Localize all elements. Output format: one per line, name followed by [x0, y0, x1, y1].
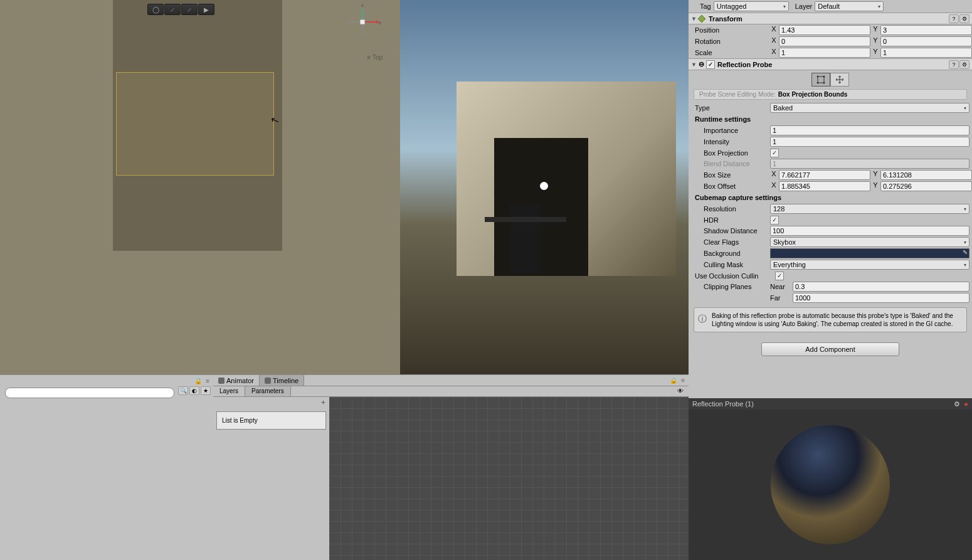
box-offset-x[interactable]: [779, 181, 870, 191]
scene-toolbar: ◯ ⟋ ⟋ ▶: [147, 4, 214, 15]
layer-dropdown[interactable]: Default: [815, 1, 884, 11]
position-label: Position: [695, 26, 770, 34]
foldout-icon: ▼: [691, 16, 697, 22]
animator-panel: Animator Timeline 🔒 ≡ Layers Parameters …: [213, 375, 689, 560]
culling-mask-dropdown[interactable]: Everything: [770, 260, 969, 270]
panel-menu-icon[interactable]: ≡: [681, 377, 685, 384]
svg-rect-8: [818, 77, 824, 83]
foldout-icon: ▼: [691, 61, 697, 68]
background-label: Background: [695, 250, 770, 257]
clipping-planes-label: Clipping Planes: [695, 283, 770, 290]
reflection-probe-header[interactable]: ▼ ⊖ ✓ Reflection Probe ? ⚙: [689, 58, 972, 70]
svg-text:x: x: [379, 20, 381, 26]
project-search[interactable]: [5, 388, 174, 398]
eye-icon[interactable]: 👁: [672, 386, 689, 396]
svg-point-12: [823, 82, 825, 84]
box-offset-y[interactable]: [880, 181, 972, 191]
menu-icon[interactable]: ≡: [206, 378, 209, 384]
intensity-input[interactable]: [770, 137, 969, 147]
box-projection-checkbox[interactable]: ✓: [770, 149, 779, 157]
view-label[interactable]: ≡ Top: [367, 54, 383, 61]
lock-icon[interactable]: 🔒: [194, 378, 202, 384]
far-input[interactable]: [793, 293, 969, 303]
near-label: Near: [770, 283, 793, 290]
game-view[interactable]: [400, 0, 689, 374]
gear-icon[interactable]: ⚙: [959, 60, 969, 69]
play-button[interactable]: ▶: [198, 4, 214, 15]
svg-text:z: z: [361, 3, 364, 8]
svg-point-10: [823, 76, 825, 78]
search-filter-icon[interactable]: 🔍: [178, 386, 188, 395]
scale-y[interactable]: [880, 48, 972, 58]
shadow-distance-input[interactable]: [770, 226, 969, 236]
box-size-y[interactable]: [880, 170, 972, 180]
shadow-distance-label: Shadow Distance: [695, 227, 770, 235]
clear-flags-label: Clear Flags: [695, 238, 770, 246]
position-x[interactable]: [779, 25, 870, 35]
info-box: Baking of this reflection probe is autom…: [694, 307, 967, 332]
shaded-mode-button[interactable]: ◯: [147, 4, 164, 15]
blend-distance-label: Blend Distance: [695, 160, 770, 167]
transform-header[interactable]: ▼ Transform ? ⚙: [689, 13, 972, 24]
component-enabled-checkbox[interactable]: ✓: [706, 60, 715, 69]
help-icon[interactable]: ?: [949, 60, 959, 69]
animator-graph[interactable]: [329, 397, 689, 560]
preview-header[interactable]: Reflection Probe (1) ⚙ ●: [689, 398, 972, 409]
box-size-x[interactable]: [779, 170, 870, 180]
type-dropdown[interactable]: Baked: [770, 103, 969, 113]
importance-input[interactable]: [770, 125, 969, 135]
box-offset-label: Box Offset: [695, 182, 770, 190]
edit-mode-value: Box Projection Bounds: [778, 91, 848, 98]
lighting-button[interactable]: ⟋: [181, 4, 198, 15]
intensity-label: Intensity: [695, 138, 770, 145]
layer-label: Layer: [795, 3, 813, 10]
favorite-icon[interactable]: ★: [201, 386, 211, 395]
lock-icon[interactable]: 🔒: [670, 377, 677, 384]
rotation-label: Rotation: [695, 38, 770, 45]
expand-icon[interactable]: ⊖: [697, 60, 705, 68]
resolution-dropdown[interactable]: 128: [770, 204, 969, 214]
layer-item-empty[interactable]: List is Empty: [216, 411, 326, 430]
animator-icon: [218, 378, 225, 384]
hdr-checkbox[interactable]: ✓: [770, 216, 779, 225]
position-y[interactable]: [880, 25, 972, 35]
background-color-field[interactable]: [770, 248, 969, 258]
probe-bounds-gizmo[interactable]: [116, 72, 274, 176]
edit-bounds-button[interactable]: [811, 73, 830, 87]
preview-light-icon[interactable]: ●: [964, 400, 968, 408]
scale-label: Scale: [695, 49, 770, 56]
runtime-settings-header: Runtime settings: [689, 114, 972, 125]
help-icon[interactable]: ?: [949, 14, 959, 23]
culling-mask-label: Culling Mask: [695, 261, 770, 268]
add-layer-button[interactable]: +: [213, 397, 329, 408]
sub-tab-parameters[interactable]: Parameters: [245, 386, 291, 396]
svg-rect-4: [360, 19, 365, 24]
rotation-y[interactable]: [880, 36, 972, 46]
add-component-button[interactable]: Add Component: [761, 342, 899, 356]
clear-flags-dropdown[interactable]: Skybox: [770, 237, 969, 247]
near-input[interactable]: [793, 282, 969, 292]
tag-dropdown[interactable]: Untagged: [714, 1, 789, 11]
view-gizmo[interactable]: z x: [344, 3, 381, 42]
box-projection-label: Box Projection: [695, 149, 770, 157]
scale-x[interactable]: [779, 48, 870, 58]
scene-view[interactable]: ◯ ⟋ ⟋ ▶ z x: [0, 0, 400, 374]
type-label: Type: [695, 104, 770, 112]
gear-icon[interactable]: ⚙: [959, 14, 969, 23]
tab-animator[interactable]: Animator: [213, 375, 260, 386]
occlusion-checkbox[interactable]: ✓: [775, 272, 784, 280]
edit-origin-button[interactable]: [830, 73, 849, 87]
svg-point-9: [817, 76, 819, 78]
preview-tool-icon[interactable]: ⚙: [954, 400, 960, 408]
wireframe-button[interactable]: ⟋: [164, 4, 181, 15]
blend-distance-input: [770, 159, 969, 169]
far-label: Far: [770, 294, 793, 302]
transform-icon: [697, 14, 706, 23]
edit-mode-label: Probe Scene Editing Mode:: [699, 91, 776, 98]
rotation-x[interactable]: [779, 36, 870, 46]
cubemap-preview[interactable]: [689, 409, 972, 560]
resolution-label: Resolution: [695, 205, 770, 213]
filter-type-icon[interactable]: ◐: [189, 386, 199, 395]
sub-tab-layers[interactable]: Layers: [213, 386, 245, 396]
tab-timeline[interactable]: Timeline: [260, 375, 304, 386]
